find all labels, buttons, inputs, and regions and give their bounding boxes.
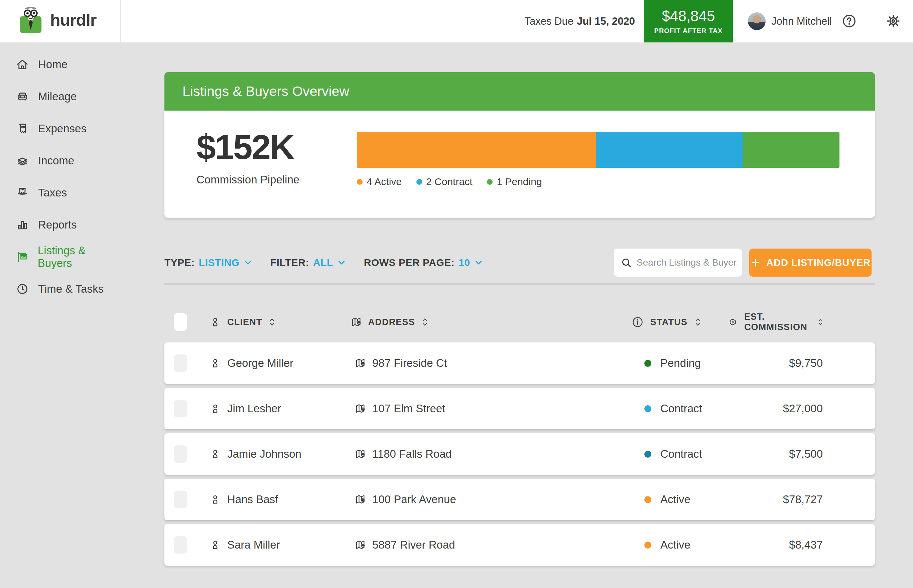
sidebar-item-expenses[interactable]: Expenses [0,113,120,145]
status-label: Contract [660,402,702,415]
status-dot [644,360,651,367]
top-bar: hurdlr Taxes Due Jul 15, 2020 $48,845 PR… [0,0,913,42]
sidebar-nav: Home Mileage Expenses Income Taxes Repor… [0,42,120,305]
overview-title: Listings & Buyers Overview [183,84,349,99]
status-header-label: STATUS [650,317,687,328]
topbar-divider [120,0,121,42]
address: 100 Park Avenue [372,493,456,506]
table-row[interactable]: Jim Lesher 107 Elm Street Contract $27,0… [165,388,875,429]
taxes-due: Taxes Due Jul 15, 2020 [521,0,635,42]
address: 1180 Falls Road [372,447,452,460]
client-name: Hans Basf [227,493,278,506]
status-label: Contract [660,447,702,460]
car-icon [16,90,29,103]
help-icon[interactable] [842,13,857,29]
sidebar-item-label: Taxes [38,186,67,199]
status-column-header[interactable]: STATUS [632,316,729,328]
rows-per-page-value: 10 [459,257,470,268]
overview-card-body: $152K Commission Pipeline 4 Active 2 Con… [165,111,875,218]
person-icon [209,493,221,506]
sort-arrows-icon[interactable] [422,317,428,327]
sort-arrows-icon[interactable] [695,317,701,327]
client-name: George Miller [227,357,293,370]
profit-amount: $48,845 [662,8,715,24]
sidebar-item-taxes[interactable]: Taxes [0,177,120,209]
coins-icon [729,316,738,328]
pipeline-total-label: Commission Pipeline [197,173,299,186]
brand-logo: hurdlr [15,5,96,36]
status-label: Active [660,493,690,506]
row-checkbox[interactable] [174,400,187,417]
status-dot [644,405,651,412]
select-all-checkbox[interactable] [174,313,187,331]
person-icon [209,539,221,551]
toolbar-divider [165,283,875,285]
address: 107 Elm Street [372,402,445,415]
legend-label: 2 Contract [426,176,472,187]
row-checkbox[interactable] [174,354,187,372]
sidebar-item-time-tasks[interactable]: Time & Tasks [0,273,120,305]
home-icon [16,58,29,71]
legend-item-contract: 2 Contract [416,176,472,187]
add-listing-buyer-button[interactable]: ADD LISTING/BUYER [749,249,871,276]
commission-header-label: EST. COMMISSION [744,312,811,333]
bar-chart-icon [16,218,29,231]
sidebar-item-home[interactable]: Home [0,48,120,81]
client-column-header[interactable]: CLIENT [209,316,346,328]
receipt-icon [16,122,29,135]
commission-amount: $7,500 [789,447,823,460]
row-checkbox[interactable] [174,445,187,463]
row-checkbox[interactable] [174,491,187,508]
commission-column-header[interactable]: EST. COMMISSION [729,312,875,333]
sidebar-item-listings-buyers[interactable]: Listings & Buyers [0,241,120,273]
sidebar-item-mileage[interactable]: Mileage [0,81,120,113]
status-dot [644,496,651,503]
chevron-down-icon [244,258,252,267]
user-avatar[interactable] [748,12,766,30]
table-row[interactable]: Hans Basf 100 Park Avenue Active $78,727 [165,479,875,520]
person-icon [209,402,221,415]
sidebar-item-label: Expenses [38,122,87,135]
search-input[interactable] [637,257,737,268]
map-pin-icon [354,402,366,415]
address-column-header[interactable]: ADDRESS [346,316,521,328]
table-row[interactable]: Sara Miller 5887 River Road Active $8,43… [165,524,875,565]
map-pin-icon [354,539,366,551]
legend-label: 4 Active [367,176,402,187]
filter-dropdown[interactable]: FILTER: ALL [270,257,346,268]
search-box [614,249,742,276]
overview-card-header: Listings & Buyers Overview [165,72,875,111]
rows-per-page-dropdown[interactable]: ROWS PER PAGE: 10 [364,257,483,268]
row-checkbox[interactable] [174,536,187,554]
sort-arrows-icon[interactable] [818,317,823,327]
table-filters: TYPE: LISTING FILTER: ALL ROWS PER PAGE:… [165,249,483,276]
status-dot [644,451,651,458]
sidebar-item-label: Income [38,154,74,167]
legend-dot-contract [416,179,422,185]
table-header: CLIENT ADDRESS STATUS EST. COMMISSION [165,309,875,335]
client-name: Jim Lesher [227,402,281,415]
address: 5887 River Road [372,538,455,551]
money-icon [16,154,29,167]
clock-icon [16,283,29,296]
sidebar-item-label: Reports [38,218,77,231]
user-name: John Mitchell [771,0,832,42]
client-name: Jamie Johnson [227,447,301,460]
table-row[interactable]: George Miller 987 Fireside Ct Pending $9… [165,342,875,384]
sidebar-item-label: Time & Tasks [38,283,103,296]
sidebar-item-label: Home [38,58,68,71]
commission-amount: $78,727 [783,493,823,506]
profit-after-tax-box[interactable]: $48,845 PROFIT AFTER TAX [644,0,733,42]
sidebar-item-income[interactable]: Income [0,145,120,177]
sidebar-item-reports[interactable]: Reports [0,209,120,241]
settings-gear-icon[interactable] [886,13,901,29]
type-dropdown[interactable]: TYPE: LISTING [165,257,252,268]
sort-arrows-icon[interactable] [269,317,275,327]
map-pin-icon [354,448,366,460]
plus-icon [750,257,761,268]
type-value: LISTING [199,257,240,268]
info-icon [632,316,644,328]
map-pin-icon [354,357,366,369]
table-row[interactable]: Jamie Johnson 1180 Falls Road Contract $… [165,433,875,475]
chevron-down-icon [337,258,346,267]
